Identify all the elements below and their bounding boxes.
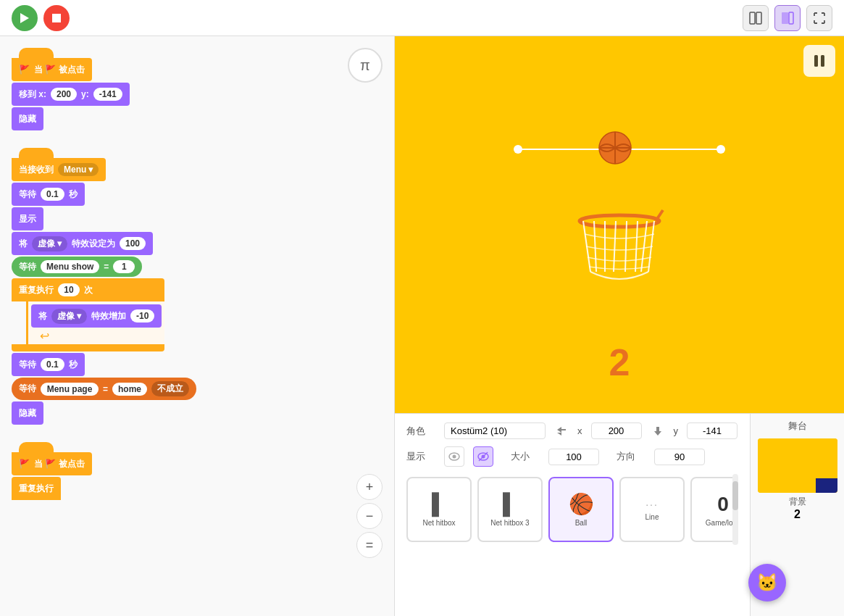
basketball-icon [598, 130, 632, 165]
view-fullscreen-button[interactable] [806, 5, 832, 31]
repeat-unit: 次 [84, 284, 93, 296]
ghost-arrow: ▾ [57, 238, 62, 249]
when-flag-block-1[interactable]: 🚩 当 🚩 被点击 [12, 58, 92, 81]
block-group-1: 🚩 当 🚩 被点击 移到 x: 200 y: -141 隐藏 [12, 48, 383, 130]
stage-thumbnail[interactable] [758, 438, 837, 493]
wait-until-block[interactable]: 等待 Menu show = 1 [12, 257, 142, 277]
set-effect-block[interactable]: 将 虚像 ▾ 特效设定为 100 [12, 232, 153, 255]
show-icon[interactable] [444, 446, 464, 467]
change-effect-block[interactable]: 将 虚像 ▾ 特效增加 -10 [31, 304, 162, 328]
zoom-fit-button[interactable]: = [356, 532, 383, 558]
block-group-3: 🚩 当 🚩 被点击 重复执行 [12, 442, 383, 500]
set-effect-label: 特效设定为 [72, 238, 115, 250]
scroll-thumb[interactable] [732, 481, 738, 510]
costume-input[interactable] [444, 423, 546, 439]
svg-rect-4 [782, 12, 788, 24]
pi-button[interactable]: π [348, 48, 383, 83]
net-hitbox-label: Net hitbox [422, 519, 455, 527]
code-panel: 🚩 当 🚩 被点击 移到 x: 200 y: -141 隐藏 [0, 36, 395, 616]
stop-button[interactable] [43, 5, 70, 31]
hide-icon[interactable] [473, 446, 493, 467]
ball-label: Ball [575, 519, 588, 527]
pause-button[interactable] [803, 45, 835, 77]
svg-rect-6 [814, 55, 818, 67]
wait-label-2: 等待 [19, 359, 36, 371]
top-toolbar [0, 0, 844, 36]
direction-label: 方向 [617, 450, 645, 463]
home-val[interactable]: home [112, 383, 147, 396]
svg-line-17 [614, 221, 616, 272]
y-label: y [674, 425, 679, 436]
zoom-out-button[interactable]: − [356, 503, 383, 529]
ghost-dropdown-2[interactable]: 虚像 ▾ [51, 309, 87, 324]
wait-until-val[interactable]: 1 [113, 260, 135, 273]
green-flag-button[interactable] [12, 5, 38, 31]
move-x-input[interactable]: 200 [51, 88, 77, 101]
when-flag-block-2[interactable]: 🚩 当 🚩 被点击 [12, 452, 92, 475]
wait-block-2[interactable]: 等待 0.1 秒 [12, 353, 85, 376]
sprite-game-lose[interactable]: 0 Game/lose [690, 477, 738, 542]
score-display: 2 [609, 341, 630, 384]
hoop-svg [569, 207, 670, 301]
wait-val-1[interactable]: 0.1 [41, 188, 64, 201]
effect-val[interactable]: 100 [120, 237, 146, 250]
sprite-net-hitbox[interactable]: ▌ Net hitbox [406, 477, 472, 542]
view-split-button[interactable] [743, 5, 769, 31]
size-label: 大小 [511, 450, 540, 463]
effect-change-val[interactable]: -10 [130, 309, 154, 322]
when-receive-block[interactable]: 当接收到 Menu ▾ [12, 158, 106, 181]
svg-line-15 [594, 221, 596, 272]
wait-until-block-2[interactable]: 等待 Menu page = home 不成立 [12, 378, 196, 400]
wait-block-1[interactable]: 等待 0.1 秒 [12, 183, 85, 206]
wait-val-2[interactable]: 0.1 [41, 358, 64, 371]
stage-panel-label: 舞台 [788, 420, 807, 433]
stage-bg [758, 438, 837, 493]
repeat-footer [12, 344, 164, 351]
properties-row: 角色 x y [406, 423, 738, 439]
eye-slash-icon [477, 451, 489, 462]
line-end-left [514, 145, 522, 154]
equals-sign: = [104, 262, 109, 272]
hide-block-2[interactable]: 隐藏 [12, 401, 43, 425]
direction-input[interactable] [654, 449, 705, 465]
repeat-block-2[interactable]: 重复执行 [12, 477, 61, 500]
svg-point-12 [580, 215, 659, 227]
loop-arrow: ↩ [31, 329, 162, 343]
pause-icon [811, 53, 827, 69]
code-view-icon [781, 12, 794, 25]
menu-show-var[interactable]: Menu show [41, 260, 99, 273]
line-label: Line [645, 513, 659, 521]
menu-page-var[interactable]: Menu page [41, 383, 99, 396]
block-group-2: 当接收到 Menu ▾ 等待 0.1 秒 显示 [12, 148, 383, 425]
game-lose-icon: 0 [717, 493, 729, 516]
view-code-button[interactable] [774, 5, 801, 31]
repeat-label: 重复执行 [19, 284, 54, 296]
repeat-times[interactable]: 10 [58, 283, 80, 296]
eye-icon [448, 451, 460, 462]
move-to-block[interactable]: 移到 x: 200 y: -141 [12, 83, 130, 106]
ghost-label-2: 虚像 [57, 310, 75, 322]
sprite-net-hitbox-3[interactable]: ▌ Net hitbox 3 [477, 477, 543, 542]
sprite-ball[interactable]: 🏀 Ball [548, 477, 614, 542]
show-block[interactable]: 显示 [12, 207, 43, 230]
cat-button[interactable]: 🐱 [748, 564, 750, 602]
when-flag-label-1: 当 🚩 被点击 [34, 64, 85, 76]
ghost-dropdown[interactable]: 虚像 ▾ [32, 236, 67, 251]
add-sprite-button-container: 🐱 [748, 564, 750, 602]
size-arrow-icon [554, 424, 569, 438]
zoom-in-button[interactable]: + [356, 474, 383, 500]
split-view-icon [749, 12, 762, 25]
line-end-right [716, 145, 725, 154]
menu-dropdown[interactable]: Menu ▾ [58, 163, 99, 176]
y-input[interactable] [687, 423, 738, 439]
x-input[interactable] [591, 423, 642, 439]
move-y-input[interactable]: -141 [93, 88, 122, 101]
sprite-label: 角色 [406, 425, 435, 438]
show-label: 显示 [406, 450, 435, 463]
set-prefix: 将 [19, 238, 28, 250]
size-input[interactable] [548, 449, 599, 465]
svg-line-19 [635, 221, 638, 272]
sprite-line[interactable]: ··· Line [619, 477, 685, 542]
hide-block-1[interactable]: 隐藏 [12, 107, 43, 130]
repeat-block-header[interactable]: 重复执行 10 次 [12, 278, 164, 301]
